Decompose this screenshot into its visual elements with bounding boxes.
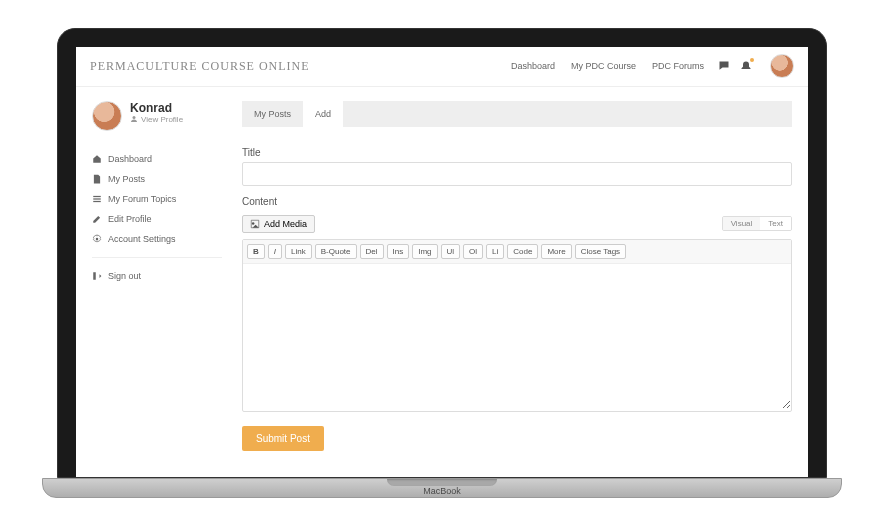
media-icon	[250, 219, 260, 229]
nav-pdc-forums[interactable]: PDC Forums	[652, 61, 704, 71]
sidebar-item-label: My Forum Topics	[108, 194, 176, 204]
editor-btn-del[interactable]: Del	[360, 244, 384, 259]
title-input[interactable]	[242, 162, 792, 186]
editor-btn-link[interactable]: Link	[285, 244, 312, 259]
title-label: Title	[242, 147, 792, 158]
svg-point-4	[96, 237, 99, 240]
sidebar-item-label: My Posts	[108, 174, 145, 184]
editor-btn-ol[interactable]: Ol	[463, 244, 483, 259]
editor-btn-img[interactable]: Img	[412, 244, 437, 259]
svg-point-5	[252, 222, 255, 225]
main-content: My Posts Add Title Content Add Media	[242, 101, 792, 463]
view-profile-label: View Profile	[141, 115, 183, 124]
editor-btn-ul[interactable]: Ul	[441, 244, 461, 259]
laptop-brand-label: MacBook	[423, 486, 461, 496]
sidebar-item-label: Account Settings	[108, 234, 176, 244]
gear-icon	[92, 234, 102, 244]
add-media-label: Add Media	[264, 219, 307, 229]
edit-icon	[92, 214, 102, 224]
nav-my-pdc-course[interactable]: My PDC Course	[571, 61, 636, 71]
sidebar-item-my-forum-topics[interactable]: My Forum Topics	[92, 189, 222, 209]
app-screen: Permaculture Course Online Dashboard My …	[76, 47, 808, 477]
svg-rect-1	[93, 195, 101, 196]
editor-btn-italic[interactable]: I	[268, 244, 282, 259]
site-title: Permaculture Course Online	[90, 59, 511, 74]
tab-add[interactable]: Add	[303, 101, 343, 127]
avatar[interactable]	[770, 54, 794, 78]
content-tabs: My Posts Add	[242, 101, 792, 127]
top-nav: Dashboard My PDC Course PDC Forums	[511, 61, 704, 71]
sidebar: Konrad View Profile Dashboard	[92, 101, 222, 463]
editor-btn-code[interactable]: Code	[507, 244, 538, 259]
sidebar-item-account-settings[interactable]: Account Settings	[92, 229, 222, 249]
profile-name: Konrad	[130, 101, 183, 115]
editor-mode-visual[interactable]: Visual	[723, 217, 761, 230]
editor-btn-bquote[interactable]: B-Quote	[315, 244, 357, 259]
editor-btn-ins[interactable]: Ins	[387, 244, 410, 259]
submit-post-button[interactable]: Submit Post	[242, 426, 324, 451]
editor-mode-text[interactable]: Text	[760, 217, 791, 230]
editor-btn-close-tags[interactable]: Close Tags	[575, 244, 626, 259]
content-label: Content	[242, 196, 792, 207]
sidebar-item-signout[interactable]: Sign out	[92, 266, 222, 286]
view-profile-link[interactable]: View Profile	[130, 115, 183, 124]
signout-icon	[92, 271, 102, 281]
notifications-icon[interactable]	[740, 60, 752, 72]
svg-rect-2	[93, 198, 101, 199]
tab-my-posts[interactable]: My Posts	[242, 101, 303, 127]
content-textarea[interactable]	[243, 264, 791, 409]
sidebar-item-label: Sign out	[108, 271, 141, 281]
sidebar-item-my-posts[interactable]: My Posts	[92, 169, 222, 189]
topbar: Permaculture Course Online Dashboard My …	[76, 47, 808, 87]
sidebar-item-label: Edit Profile	[108, 214, 152, 224]
sidebar-item-dashboard[interactable]: Dashboard	[92, 149, 222, 169]
chat-icon[interactable]	[718, 60, 730, 72]
sidebar-avatar[interactable]	[92, 101, 122, 131]
svg-point-0	[133, 116, 136, 119]
home-icon	[92, 154, 102, 164]
editor-toolbar: B I Link B-Quote Del Ins Img Ul Ol Li Co	[243, 240, 791, 264]
file-icon	[92, 174, 102, 184]
editor-btn-bold[interactable]: B	[247, 244, 265, 259]
sidebar-item-edit-profile[interactable]: Edit Profile	[92, 209, 222, 229]
laptop-base: MacBook	[42, 478, 843, 498]
sidebar-item-label: Dashboard	[108, 154, 152, 164]
list-icon	[92, 194, 102, 204]
add-media-button[interactable]: Add Media	[242, 215, 315, 233]
svg-rect-3	[93, 200, 101, 201]
editor-btn-more[interactable]: More	[541, 244, 571, 259]
nav-dashboard[interactable]: Dashboard	[511, 61, 555, 71]
editor-btn-li[interactable]: Li	[486, 244, 504, 259]
